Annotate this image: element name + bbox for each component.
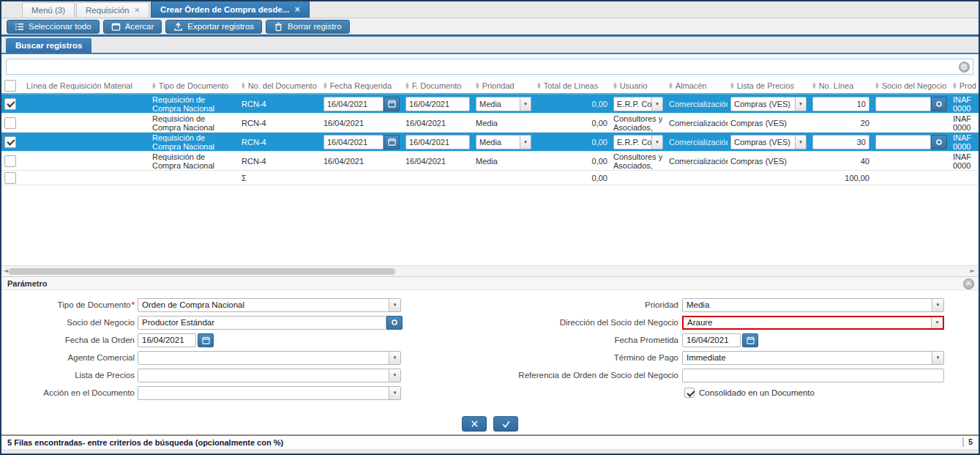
chevron-down-icon[interactable]: ▼: [932, 299, 943, 311]
col-header-f-documento[interactable]: ▲▼F. Documento: [403, 78, 473, 93]
prioridad-param-select[interactable]: Media▼: [682, 298, 944, 312]
sort-icon[interactable]: ▲▼: [875, 82, 879, 89]
direccion-socio-negocio-select[interactable]: Araure▼: [682, 316, 944, 330]
chevron-down-icon[interactable]: ▼: [389, 352, 400, 364]
col-header-socio-negocio[interactable]: ▲▼Socio del Negocio: [872, 78, 950, 93]
sort-icon[interactable]: ▲▼: [669, 82, 673, 89]
referencia-orden-input[interactable]: [682, 369, 944, 382]
row-checkbox[interactable]: [4, 136, 16, 148]
sort-icon[interactable]: ▲▼: [152, 82, 156, 89]
lista-precios-select[interactable]: Compras (VES)▼: [730, 97, 807, 111]
col-header-total-lineas[interactable]: ▲▼Total de Líneas: [534, 78, 610, 93]
table-row[interactable]: Requisición de Compra Nacional RCN-4 16/…: [1, 152, 979, 171]
table-row[interactable]: Requisición de Compra Nacional RCN-4 16/…: [1, 114, 979, 133]
chevron-down-icon[interactable]: ▼: [389, 369, 400, 382]
sort-icon[interactable]: ▲▼: [405, 82, 409, 89]
prioridad-select[interactable]: Media▼: [476, 135, 531, 149]
close-icon[interactable]: ×: [134, 7, 140, 14]
termino-pago-select[interactable]: Immediate▼: [682, 351, 944, 365]
chevron-down-icon[interactable]: ▼: [932, 352, 943, 364]
row-checkbox[interactable]: [4, 98, 16, 110]
tab-menu[interactable]: Menú (3): [22, 2, 75, 18]
search-options-button[interactable]: [959, 62, 970, 73]
chevron-down-icon[interactable]: ▼: [520, 97, 531, 111]
sort-icon[interactable]: ▲▼: [812, 82, 816, 89]
fecha-prometida-input[interactable]: 16/04/2021: [682, 333, 741, 347]
socio-negocio-input[interactable]: [875, 97, 931, 111]
col-header-tipo-documento[interactable]: ▲▼Tipo de Documento: [149, 78, 239, 93]
scroll-left-icon[interactable]: ◄: [4, 267, 8, 274]
delete-record-button[interactable]: Borrar registro: [266, 20, 350, 34]
sort-icon[interactable]: ▲▼: [730, 82, 734, 89]
fecha-requerida-input[interactable]: 16/04/2021: [323, 135, 384, 149]
fecha-requerida-input[interactable]: 16/04/2021: [323, 97, 384, 111]
lista-precios-param-select[interactable]: ▼: [138, 369, 401, 382]
confirm-button[interactable]: [493, 416, 518, 432]
record-search-button[interactable]: [386, 316, 403, 330]
scroll-right-icon[interactable]: ►: [970, 267, 975, 274]
sort-icon[interactable]: ▲▼: [613, 82, 617, 89]
col-header-fecha-requerida[interactable]: ▲▼Fecha Requerida: [321, 78, 403, 93]
usuario-select[interactable]: E.R.P. Consult▼: [613, 97, 663, 111]
tab-buscar-registros[interactable]: Buscar registros: [6, 38, 91, 53]
agente-comercial-select[interactable]: ▼: [138, 351, 401, 365]
search-records-input[interactable]: [6, 59, 973, 75]
calendar-button[interactable]: [742, 333, 758, 347]
sort-icon[interactable]: ▲▼: [537, 82, 541, 89]
table-row[interactable]: Requisición de Compra Nacional RCN-4 16/…: [1, 133, 979, 152]
tipo-documento-param-select[interactable]: Orden de Compra Nacional▼: [138, 298, 401, 312]
row-checkbox[interactable]: [4, 117, 16, 129]
lista-precios-select[interactable]: Compras (VES)▼: [730, 135, 807, 149]
socio-negocio-param-input[interactable]: Productor Estándar: [138, 316, 386, 330]
no-linea-input[interactable]: 10: [812, 97, 869, 111]
close-icon[interactable]: ×: [294, 6, 300, 13]
chevron-down-icon[interactable]: ▼: [651, 97, 662, 111]
export-records-button[interactable]: Exportar registros: [165, 20, 262, 34]
tab-crear-orden[interactable]: Crear Órden de Compra desde... ×: [151, 1, 310, 18]
zoom-button[interactable]: Acercar: [103, 20, 162, 34]
record-search-button[interactable]: [931, 135, 947, 149]
sort-icon[interactable]: ▲▼: [476, 82, 479, 89]
row-checkbox[interactable]: [4, 172, 16, 184]
chevron-down-icon[interactable]: ▼: [931, 317, 943, 328]
chevron-down-icon[interactable]: ▼: [795, 136, 806, 149]
consolidado-checkbox[interactable]: [684, 388, 695, 398]
prioridad-select[interactable]: Media▼: [476, 97, 531, 111]
col-header-linea-requisicion[interactable]: Línea de Requisición Material: [23, 78, 149, 93]
accion-documento-select[interactable]: ▼: [138, 386, 401, 400]
socio-negocio-input[interactable]: [875, 135, 931, 149]
col-header-no-documento[interactable]: ▲▼No. del Documento: [239, 78, 321, 93]
cancel-button[interactable]: [462, 416, 487, 432]
calendar-button[interactable]: [384, 135, 400, 149]
f-documento-input[interactable]: 16/04/2021: [405, 97, 470, 111]
table-row[interactable]: Requisición de Compra Nacional RCN-4 16/…: [1, 95, 979, 114]
select-all-button[interactable]: Seleccionar todo: [7, 20, 100, 34]
sort-icon[interactable]: ▲▼: [242, 82, 245, 89]
sort-icon[interactable]: ▲▼: [323, 82, 327, 89]
tab-requisicion[interactable]: Requisición ×: [76, 2, 149, 18]
chevron-down-icon[interactable]: ▼: [389, 299, 400, 311]
calendar-button[interactable]: [198, 333, 214, 347]
sort-icon[interactable]: ▲▼: [953, 82, 957, 89]
col-header-prioridad[interactable]: ▲▼Prioridad: [473, 78, 534, 93]
chevron-down-icon[interactable]: ▼: [795, 97, 806, 111]
calendar-button[interactable]: [384, 97, 400, 111]
col-header-usuario[interactable]: ▲▼Usuario: [610, 78, 666, 93]
horizontal-scrollbar[interactable]: ◄ ►: [1, 265, 979, 277]
chevron-down-icon[interactable]: ▼: [520, 136, 531, 149]
chevron-down-icon[interactable]: ▼: [389, 387, 400, 399]
row-checkbox[interactable]: [4, 155, 16, 167]
collapse-parameter-button[interactable]: [963, 278, 974, 289]
no-linea-input[interactable]: 30: [812, 135, 869, 149]
col-header-almacen[interactable]: ▲▼Almacén: [666, 78, 727, 93]
usuario-select[interactable]: E.R.P. Consult▼: [613, 135, 663, 149]
fecha-orden-input[interactable]: 16/04/2021: [138, 333, 196, 347]
record-search-button[interactable]: [931, 97, 947, 111]
select-all-checkbox[interactable]: [4, 80, 16, 92]
col-header-no-linea[interactable]: ▲▼No. Línea: [809, 78, 872, 93]
scrollbar-thumb[interactable]: [9, 268, 395, 275]
col-header-producto[interactable]: ▲▼Prod: [950, 78, 979, 93]
f-documento-input[interactable]: 16/04/2021: [405, 135, 470, 149]
col-header-lista-precios[interactable]: ▲▼Lista de Precios: [727, 78, 809, 93]
chevron-down-icon[interactable]: ▼: [651, 136, 662, 149]
